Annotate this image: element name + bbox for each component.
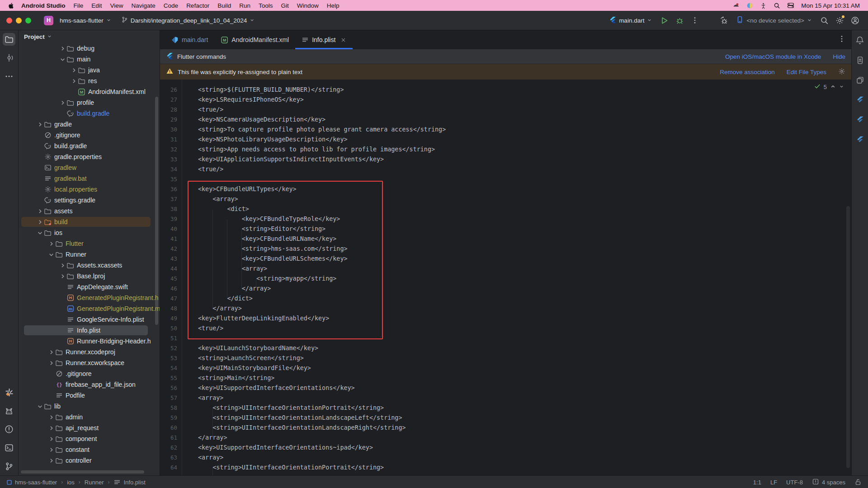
tree-item-runner-xcodeproj[interactable]: Runner.xcodeproj [19,347,160,357]
chevron-right-icon[interactable] [59,263,66,268]
tree-item-debug[interactable]: debug [19,43,160,54]
device-selector[interactable]: <no device selected> [732,14,816,27]
chevron-down-icon[interactable] [839,84,844,90]
editor-scrollbar[interactable] [846,206,850,468]
tree-item-generatedpluginregistrant-m[interactable]: mGeneratedPluginRegistrant.m [19,303,160,314]
tree-item-lib[interactable]: lib [19,401,160,412]
menubar-search-icon[interactable] [774,2,780,9]
settings-gear-icon[interactable] [833,14,846,27]
flutter-inspector-icon[interactable] [854,94,866,106]
menu-item-build[interactable]: Build [213,2,235,9]
notifications-bell-icon[interactable] [854,34,866,47]
chevron-right-icon[interactable] [47,414,55,420]
menu-item-refactor[interactable]: Refactor [182,2,213,9]
flutter-attach-icon[interactable] [717,14,731,27]
code-line-28[interactable]: 28<true/> [160,105,851,115]
code-line-42[interactable]: 42 <string>hms-saas.com</string> [160,244,851,254]
code-line-53[interactable]: 53<string>LaunchScreen</string> [160,353,851,363]
open-xcode-link[interactable]: Open iOS/macOS module in Xcode [725,53,821,60]
lock-icon[interactable] [854,479,862,486]
tree-item-androidmanifest-xml[interactable]: MAndroidManifest.xml [19,86,160,97]
tree-item-assets[interactable]: assets [19,206,160,216]
code-line-59[interactable]: 59 <string>UIInterfaceOrientationLandsca… [160,413,851,423]
tab-info-plist[interactable]: Info.plist [295,30,353,49]
code-line-44[interactable]: 44 <array> [160,264,851,274]
tree-item-runner[interactable]: Runner [19,249,160,260]
tree-item-main[interactable]: main [19,54,160,65]
pinwheel-plugin-icon[interactable] [3,386,15,399]
caret-position[interactable]: 1:1 [753,479,761,486]
code-line-33[interactable]: 33<key>UIApplicationSupportsIndirectInpu… [160,155,851,164]
tree-item-api-request[interactable]: api_request [19,422,160,433]
tree-item-assets-xcassets[interactable]: Assets.xcassets [19,260,160,271]
project-horizontal-scrollbar[interactable] [21,470,144,474]
tree-item-gitignore[interactable]: .gitignore [19,368,160,379]
chevron-right-icon[interactable] [36,122,43,127]
menubar-clock[interactable]: Mon 15 Apr 10:31 AM [801,2,860,9]
tree-item-gradlew-bat[interactable]: gradlew.bat [19,173,160,184]
chevron-right-icon[interactable] [59,46,66,52]
code-line-62[interactable]: 62<key>UISupportedInterfaceOrientations~… [160,443,851,453]
code-line-27[interactable]: 27<key>LSRequiresIPhoneOS</key> [160,95,851,105]
logcat-cat-icon[interactable] [3,404,15,417]
breadcrumb-ios[interactable]: ios [67,479,75,486]
chevron-up-icon[interactable] [830,84,836,91]
terminal-tool-icon[interactable] [3,441,15,454]
menu-item-window[interactable]: Window [293,2,323,9]
chevron-down-icon[interactable] [36,230,43,236]
code-line-50[interactable]: 50<true/> [160,324,851,333]
breadcrumb-info-plist[interactable]: Info.plist [113,479,145,486]
code-line-56[interactable]: 56<key>UISupportedInterfaceOrientations<… [160,383,851,393]
project-widget[interactable]: H hms-saas-flutter [40,14,115,28]
menu-app-name[interactable]: Android Studio [17,2,69,9]
tree-item-component[interactable]: component [19,433,160,444]
code-line-51[interactable]: 51 [160,333,851,343]
tree-item-ios[interactable]: ios [19,227,160,238]
problems-tool-icon[interactable] [3,423,15,436]
tree-item-res[interactable]: res [19,75,160,86]
flutter-outline-icon[interactable] [854,133,866,146]
line-separator[interactable]: LF [770,479,777,486]
edit-file-types-link[interactable]: Edit File Types [787,69,826,75]
chevron-right-icon[interactable] [47,349,55,355]
chevron-down-icon[interactable] [47,252,55,258]
code-line-30[interactable]: 30<string>To capture profile photo pleas… [160,125,851,135]
code-line-46[interactable]: 46 </array> [160,284,851,294]
chevron-right-icon[interactable] [36,208,43,214]
vcs-branch-widget[interactable]: Darshit/integration_deep_link_10_04_2024 [118,14,258,27]
tree-item-podfile[interactable]: Podfile [19,390,160,401]
chevron-right-icon[interactable] [36,219,43,225]
code-line-47[interactable]: 47 </dict> [160,294,851,304]
tree-item-base-lproj[interactable]: Base.lproj [19,271,160,282]
tree-item-constant[interactable]: constant [19,444,160,455]
code-line-37[interactable]: 37 <array> [160,194,851,204]
tree-item-java[interactable]: java [19,65,160,75]
code-line-26[interactable]: 26<string>$(FLUTTER_BUILD_NUMBER)</strin… [160,85,851,95]
account-avatar-icon[interactable] [848,14,862,27]
more-tools-icon[interactable] [3,70,15,83]
menubar-control-center-icon[interactable] [787,2,794,9]
chevron-down-icon[interactable] [36,404,43,409]
code-editor[interactable]: 26<string>$(FLUTTER_BUILD_NUMBER)</strin… [160,80,851,475]
debug-button[interactable] [673,14,686,27]
chevron-right-icon[interactable] [47,458,55,464]
menu-item-navigate[interactable]: Navigate [127,2,160,9]
menu-item-git[interactable]: Git [277,2,292,9]
tree-item-gradle-properties[interactable]: gradle.properties [19,151,160,162]
git-tool-icon[interactable] [3,460,15,473]
remove-association-link[interactable]: Remove association [720,69,775,75]
menubar-status-icon-1[interactable] [732,2,740,9]
code-line-29[interactable]: 29<key>NSCameraUsageDescription</key> [160,115,851,125]
tab-androidmanifest-xml[interactable]: MAndroidManifest.xml [214,30,295,49]
tree-item-googleservice-info-plist[interactable]: GoogleService-Info.plist [19,314,160,325]
tree-item-admin[interactable]: admin [19,412,160,422]
tree-item-gitignore[interactable]: .gitignore [19,130,160,141]
search-everywhere-icon[interactable] [817,14,831,27]
code-line-43[interactable]: 43 <key>CFBundleURLSchemes</key> [160,254,851,264]
close-window-button[interactable] [6,18,12,23]
code-line-49[interactable]: 49<key>FlutterDeepLinkingEnabled</key> [160,314,851,324]
tree-item-controller[interactable]: controller [19,455,160,466]
code-line-64[interactable]: 64 <string>UIInterfaceOrientationPortrai… [160,463,851,473]
chevron-right-icon[interactable] [70,78,77,84]
code-line-40[interactable]: 40 <string>Editor</string> [160,224,851,234]
